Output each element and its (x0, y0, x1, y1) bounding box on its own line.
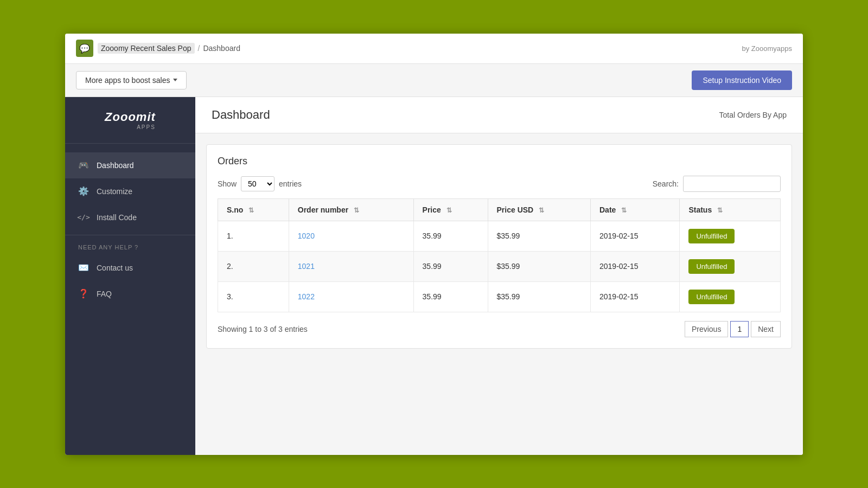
logo-text: Zooomit (105, 110, 156, 124)
order-link[interactable]: 1022 (298, 292, 315, 301)
cell-sno: 3. (218, 281, 289, 312)
orders-title: Orders (218, 156, 781, 167)
entries-select[interactable]: 50 10 25 100 (241, 176, 275, 191)
col-header-date[interactable]: Date ⇅ (590, 198, 679, 221)
sidebar-nav: 🎮 Dashboard ⚙️ Customize </> Install Cod… (65, 144, 195, 455)
cell-sno: 2. (218, 251, 289, 281)
search-container: Search: (653, 176, 781, 192)
sidebar-item-label-contact-us: Contact us (97, 264, 133, 272)
app-icon-symbol: 💬 (79, 43, 90, 54)
sidebar-item-dashboard[interactable]: 🎮 Dashboard (65, 152, 195, 178)
search-label: Search: (653, 179, 679, 188)
sidebar-item-label-customize: Customize (97, 187, 132, 196)
more-apps-label: More apps to boost sales (85, 76, 170, 85)
cell-price: 35.99 (413, 281, 488, 312)
status-badge: Unfulfilled (688, 259, 735, 274)
breadcrumb-page-name: Dashboard (203, 44, 240, 53)
top-bar-left: 💬 Zooomy Recent Sales Pop / Dashboard (76, 40, 240, 57)
chevron-down-icon (173, 79, 177, 81)
breadcrumb-separator: / (198, 44, 200, 53)
sort-icon-price-usd: ⇅ (539, 207, 544, 214)
app-container: 💬 Zooomy Recent Sales Pop / Dashboard by… (65, 34, 803, 455)
order-link[interactable]: 1021 (298, 262, 315, 271)
cell-order-number: 1020 (289, 221, 413, 251)
cell-date: 2019-02-15 (590, 221, 679, 251)
col-header-status[interactable]: Status ⇅ (680, 198, 781, 221)
cell-date: 2019-02-15 (590, 281, 679, 312)
pagination: Previous 1 Next (685, 321, 781, 337)
cell-price-usd: $35.99 (488, 221, 590, 251)
sidebar-item-customize[interactable]: ⚙️ Customize (65, 178, 195, 204)
current-page[interactable]: 1 (730, 321, 749, 337)
sub-header: More apps to boost sales Setup Instructi… (65, 64, 803, 97)
col-header-price-usd[interactable]: Price USD ⇅ (488, 198, 590, 221)
table-row: 2. 1021 35.99 $35.99 2019-02-15 Unfulfil… (218, 251, 781, 281)
sidebar-item-label-install-code: Install Code (97, 213, 137, 222)
sort-icon-price: ⇅ (446, 207, 452, 214)
show-entries-control: Show 50 10 25 100 entries (218, 176, 302, 191)
sidebar-item-install-code[interactable]: </> Install Code (65, 204, 195, 230)
search-input[interactable] (683, 176, 781, 192)
sort-icon-sno: ⇅ (248, 207, 254, 214)
logo-wrapper: Zooomit APPS (105, 110, 156, 130)
logo-sub: APPS (105, 124, 156, 130)
more-apps-button[interactable]: More apps to boost sales (76, 71, 187, 89)
table-header: S.no ⇅ Order number ⇅ Price ⇅ (218, 198, 781, 221)
cell-status: Unfulfilled (680, 281, 781, 312)
show-label: Show (218, 179, 237, 188)
order-link[interactable]: 1020 (298, 232, 315, 240)
sort-icon-date: ⇅ (621, 207, 627, 214)
table-body: 1. 1020 35.99 $35.99 2019-02-15 Unfulfil… (218, 221, 781, 312)
by-label: by Zooomyapps (742, 44, 793, 53)
content-area: Dashboard Total Orders By App Orders Sho… (195, 97, 803, 455)
cell-price-usd: $35.99 (488, 281, 590, 312)
cell-date: 2019-02-15 (590, 251, 679, 281)
table-row: 1. 1020 35.99 $35.99 2019-02-15 Unfulfil… (218, 221, 781, 251)
dashboard-header: Dashboard Total Orders By App (195, 97, 803, 133)
cell-price: 35.99 (413, 251, 488, 281)
mail-icon: ✉️ (78, 262, 89, 273)
help-section-label: NEED ANY HELP ? (65, 235, 195, 255)
sidebar-item-faq[interactable]: ❓ FAQ (65, 281, 195, 307)
sidebar: Zooomit APPS 🎮 Dashboard ⚙️ Customize </… (65, 97, 195, 455)
entries-info: Showing 1 to 3 of 3 entries (218, 325, 308, 333)
table-controls: Show 50 10 25 100 entries Search: (218, 176, 781, 192)
sidebar-item-label-dashboard: Dashboard (97, 161, 134, 170)
breadcrumb-app-name[interactable]: Zooomy Recent Sales Pop (98, 43, 195, 54)
cell-sno: 1. (218, 221, 289, 251)
dashboard-icon: 🎮 (78, 160, 89, 171)
orders-table: S.no ⇅ Order number ⇅ Price ⇅ (218, 198, 781, 312)
app-icon: 💬 (76, 40, 93, 57)
sidebar-item-label-faq: FAQ (97, 290, 112, 298)
sidebar-item-contact-us[interactable]: ✉️ Contact us (65, 255, 195, 281)
setup-instruction-button[interactable]: Setup Instruction Video (692, 70, 792, 90)
entries-label: entries (279, 179, 302, 188)
col-header-order-number[interactable]: Order number ⇅ (289, 198, 413, 221)
breadcrumb: Zooomy Recent Sales Pop / Dashboard (98, 43, 240, 54)
table-row: 3. 1022 35.99 $35.99 2019-02-15 Unfulfil… (218, 281, 781, 312)
page-title: Dashboard (212, 108, 270, 122)
total-orders-label: Total Orders By App (719, 111, 787, 119)
code-icon: </> (78, 212, 89, 223)
cell-order-number: 1021 (289, 251, 413, 281)
sort-icon-order-number: ⇅ (354, 207, 359, 214)
sort-icon-status: ⇅ (717, 207, 723, 214)
previous-button[interactable]: Previous (685, 321, 728, 337)
cell-status: Unfulfilled (680, 221, 781, 251)
gear-icon: ⚙️ (78, 186, 89, 197)
table-footer: Showing 1 to 3 of 3 entries Previous 1 N… (218, 321, 781, 337)
col-header-sno[interactable]: S.no ⇅ (218, 198, 289, 221)
sidebar-logo: Zooomit APPS (65, 97, 195, 144)
cell-status: Unfulfilled (680, 251, 781, 281)
status-badge: Unfulfilled (688, 229, 735, 243)
question-icon: ❓ (78, 288, 89, 299)
col-header-price[interactable]: Price ⇅ (413, 198, 488, 221)
top-bar: 💬 Zooomy Recent Sales Pop / Dashboard by… (65, 34, 803, 64)
cell-price-usd: $35.99 (488, 251, 590, 281)
orders-section: Orders Show 50 10 25 100 entries Search (206, 144, 792, 349)
next-button[interactable]: Next (751, 321, 781, 337)
main-layout: Zooomit APPS 🎮 Dashboard ⚙️ Customize </… (65, 97, 803, 455)
status-badge: Unfulfilled (688, 290, 735, 304)
cell-price: 35.99 (413, 221, 488, 251)
cell-order-number: 1022 (289, 281, 413, 312)
